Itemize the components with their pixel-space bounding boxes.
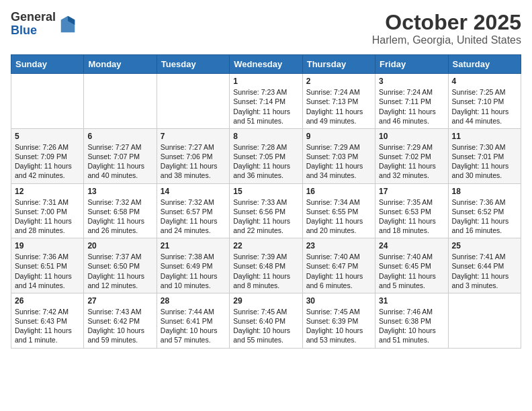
cell-line: Sunrise: 7:24 AM — [379, 88, 433, 96]
calendar-cell: 26Sunrise: 7:42 AMSunset: 6:43 PMDayligh… — [11, 293, 84, 348]
calendar-cell: 30Sunrise: 7:45 AMSunset: 6:39 PMDayligh… — [302, 293, 375, 348]
cell-line: Sunrise: 7:28 AM — [233, 143, 287, 151]
weekday-header-tuesday: Tuesday — [157, 55, 229, 74]
cell-content: Sunrise: 7:40 AMSunset: 6:47 PMDaylight:… — [306, 252, 371, 290]
cell-line: Sunset: 6:38 PM — [379, 317, 431, 325]
week-row-2: 5Sunrise: 7:26 AMSunset: 7:09 PMDaylight… — [11, 128, 521, 183]
cell-line: Sunset: 6:56 PM — [233, 208, 285, 216]
cell-content: Sunrise: 7:29 AMSunset: 7:02 PMDaylight:… — [379, 142, 444, 181]
day-number: 23 — [306, 241, 371, 250]
cell-line: Sunset: 6:53 PM — [379, 208, 431, 216]
cell-content: Sunrise: 7:27 AMSunset: 7:06 PMDaylight:… — [161, 142, 226, 181]
calendar-cell: 23Sunrise: 7:40 AMSunset: 6:47 PMDayligh… — [302, 238, 375, 293]
calendar-cell: 10Sunrise: 7:29 AMSunset: 7:02 PMDayligh… — [375, 128, 448, 183]
cell-content: Sunrise: 7:31 AMSunset: 7:00 PMDaylight:… — [15, 197, 80, 236]
cell-line: Sunrise: 7:36 AM — [15, 253, 69, 261]
title-block: October 2025 Harlem, Georgia, United Sta… — [372, 11, 521, 46]
cell-content: Sunrise: 7:24 AMSunset: 7:11 PMDaylight:… — [379, 87, 444, 126]
cell-line: Daylight: 10 hours and 59 minutes. — [87, 326, 144, 344]
cell-line: Sunrise: 7:30 AM — [452, 143, 506, 151]
cell-content: Sunrise: 7:30 AMSunset: 7:01 PMDaylight:… — [452, 142, 517, 181]
cell-line: Sunset: 7:05 PM — [233, 152, 285, 161]
day-number: 4 — [452, 77, 517, 86]
page-header: General Blue October 2025 Harlem, Georgi… — [11, 11, 521, 46]
cell-line: Daylight: 11 hours and 5 minutes. — [379, 272, 436, 289]
weekday-header-saturday: Saturday — [448, 55, 521, 74]
cell-line: Sunset: 6:43 PM — [15, 317, 67, 325]
cell-line: Daylight: 11 hours and 26 minutes. — [87, 217, 144, 234]
cell-line: Daylight: 11 hours and 42 minutes. — [15, 162, 72, 179]
day-number: 27 — [87, 296, 152, 306]
day-number: 19 — [15, 241, 80, 250]
cell-content: Sunrise: 7:32 AMSunset: 6:58 PMDaylight:… — [87, 197, 152, 236]
cell-line: Sunset: 6:45 PM — [379, 262, 431, 270]
calendar-cell: 21Sunrise: 7:38 AMSunset: 6:49 PMDayligh… — [157, 238, 229, 293]
cell-line: Sunset: 6:58 PM — [87, 208, 140, 216]
cell-line: Daylight: 10 hours and 53 minutes. — [306, 326, 363, 344]
day-number: 1 — [233, 77, 298, 86]
day-number: 10 — [379, 132, 444, 141]
calendar-cell: 7Sunrise: 7:27 AMSunset: 7:06 PMDaylight… — [157, 128, 229, 183]
cell-content: Sunrise: 7:45 AMSunset: 6:39 PMDaylight:… — [306, 307, 371, 345]
day-number: 20 — [87, 241, 152, 250]
cell-line: Sunset: 6:42 PM — [87, 317, 140, 325]
cell-line: Daylight: 10 hours and 51 minutes. — [379, 326, 436, 344]
cell-content: Sunrise: 7:38 AMSunset: 6:49 PMDaylight:… — [161, 252, 226, 290]
cell-line: Sunrise: 7:29 AM — [379, 143, 433, 151]
cell-line: Sunrise: 7:40 AM — [306, 253, 360, 261]
day-number: 31 — [379, 296, 444, 306]
cell-content: Sunrise: 7:28 AMSunset: 7:05 PMDaylight:… — [233, 142, 298, 181]
cell-line: Sunrise: 7:39 AM — [233, 253, 287, 261]
day-number: 26 — [15, 296, 80, 306]
calendar-cell: 15Sunrise: 7:33 AMSunset: 6:56 PMDayligh… — [230, 183, 302, 238]
cell-line: Sunset: 7:14 PM — [233, 97, 285, 105]
cell-line: Daylight: 11 hours and 44 minutes. — [452, 107, 509, 125]
calendar-cell: 8Sunrise: 7:28 AMSunset: 7:05 PMDaylight… — [230, 128, 302, 183]
cell-line: Daylight: 11 hours and 38 minutes. — [161, 162, 218, 179]
cell-line: Sunset: 6:40 PM — [233, 317, 285, 325]
calendar-cell — [11, 74, 84, 129]
calendar-cell: 3Sunrise: 7:24 AMSunset: 7:11 PMDaylight… — [375, 74, 448, 129]
week-row-4: 19Sunrise: 7:36 AMSunset: 6:51 PMDayligh… — [11, 238, 521, 293]
cell-line: Daylight: 11 hours and 18 minutes. — [379, 217, 436, 234]
calendar-cell: 16Sunrise: 7:34 AMSunset: 6:55 PMDayligh… — [302, 183, 375, 238]
cell-line: Sunrise: 7:34 AM — [306, 198, 360, 206]
cell-line: Sunrise: 7:27 AM — [161, 143, 214, 151]
cell-line: Sunset: 7:07 PM — [87, 152, 140, 161]
cell-line: Daylight: 11 hours and 1 minute. — [15, 326, 72, 344]
calendar-cell: 24Sunrise: 7:40 AMSunset: 6:45 PMDayligh… — [375, 238, 448, 293]
cell-line: Sunset: 6:51 PM — [15, 262, 67, 270]
week-row-5: 26Sunrise: 7:42 AMSunset: 6:43 PMDayligh… — [11, 293, 521, 348]
cell-line: Daylight: 11 hours and 28 minutes. — [15, 217, 72, 234]
calendar-cell: 6Sunrise: 7:27 AMSunset: 7:07 PMDaylight… — [84, 128, 157, 183]
cell-line: Daylight: 10 hours and 55 minutes. — [233, 326, 290, 344]
calendar-cell: 19Sunrise: 7:36 AMSunset: 6:51 PMDayligh… — [11, 238, 84, 293]
day-number: 18 — [452, 187, 517, 196]
calendar-cell: 17Sunrise: 7:35 AMSunset: 6:53 PMDayligh… — [375, 183, 448, 238]
cell-content: Sunrise: 7:37 AMSunset: 6:50 PMDaylight:… — [87, 252, 152, 290]
cell-line: Daylight: 11 hours and 51 minutes. — [233, 107, 290, 125]
cell-content: Sunrise: 7:35 AMSunset: 6:53 PMDaylight:… — [379, 197, 444, 236]
weekday-header-monday: Monday — [84, 55, 157, 74]
day-number: 6 — [87, 132, 152, 141]
cell-line: Sunrise: 7:46 AM — [379, 308, 433, 316]
cell-line: Daylight: 11 hours and 34 minutes. — [306, 162, 363, 179]
day-number: 9 — [306, 132, 371, 141]
calendar-subtitle: Harlem, Georgia, United States — [372, 34, 521, 46]
logo-blue-text: Blue — [11, 24, 56, 38]
cell-line: Sunset: 6:47 PM — [306, 262, 359, 270]
calendar-cell: 14Sunrise: 7:32 AMSunset: 6:57 PMDayligh… — [157, 183, 229, 238]
calendar-cell: 29Sunrise: 7:45 AMSunset: 6:40 PMDayligh… — [230, 293, 302, 348]
week-row-1: 1Sunrise: 7:23 AMSunset: 7:14 PMDaylight… — [11, 74, 521, 129]
cell-content: Sunrise: 7:27 AMSunset: 7:07 PMDaylight:… — [87, 142, 152, 181]
day-number: 2 — [306, 77, 371, 86]
cell-line: Sunrise: 7:27 AM — [87, 143, 141, 151]
day-number: 25 — [452, 241, 517, 250]
cell-line: Sunset: 6:52 PM — [452, 208, 504, 216]
cell-content: Sunrise: 7:39 AMSunset: 6:48 PMDaylight:… — [233, 252, 298, 290]
calendar-title: October 2025 — [372, 11, 521, 34]
cell-line: Daylight: 11 hours and 6 minutes. — [306, 272, 363, 289]
cell-line: Daylight: 11 hours and 46 minutes. — [379, 107, 436, 125]
cell-line: Daylight: 11 hours and 22 minutes. — [233, 217, 290, 234]
cell-line: Sunset: 6:49 PM — [161, 262, 213, 270]
